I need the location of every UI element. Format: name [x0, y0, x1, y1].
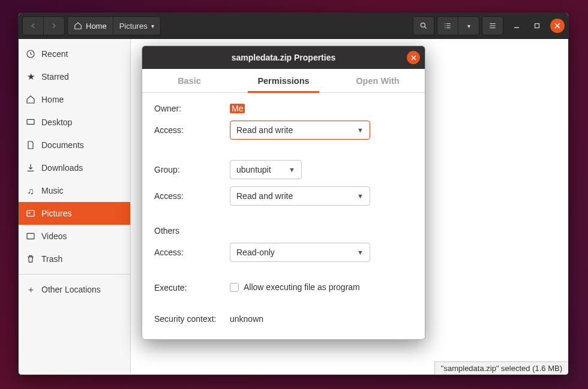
download-icon	[26, 163, 35, 173]
chevron-down-icon: ▼	[357, 126, 364, 134]
sidebar-item-label: Downloads	[41, 163, 83, 173]
label-owner: Owner:	[154, 104, 226, 113]
svg-rect-1	[535, 24, 539, 28]
list-icon	[443, 22, 452, 30]
close-button[interactable]	[550, 19, 565, 33]
sidebar-item-label: Other Locations	[41, 285, 101, 294]
tab-label: Open With	[356, 76, 399, 86]
tab-open-with[interactable]: Open With	[331, 69, 425, 92]
sidebar-item-downloads[interactable]: Downloads	[19, 156, 130, 179]
label-others-access: Access:	[154, 248, 226, 257]
svg-point-5	[29, 212, 31, 214]
sidebar-item-label: Videos	[41, 231, 67, 241]
label-execute: Execute:	[154, 283, 226, 292]
menu-group	[482, 16, 503, 35]
path-current[interactable]: Pictures ▾	[113, 17, 160, 35]
sidebar-item-pictures[interactable]: Pictures	[19, 202, 130, 225]
close-icon	[411, 55, 416, 61]
tab-label: Basic	[178, 76, 201, 86]
sidebar-item-videos[interactable]: Videos	[19, 225, 130, 248]
group-access-combo[interactable]: Read and write ▼	[230, 186, 370, 206]
owner-access-combo[interactable]: Read and write ▼	[230, 120, 370, 140]
execute-checkbox[interactable]: Allow executing file as program	[230, 282, 360, 292]
combo-value: Read and write	[236, 191, 293, 201]
tab-label: Permissions	[257, 76, 309, 86]
minimize-icon	[514, 23, 520, 29]
sidebar-item-starred[interactable]: ★ Starred	[19, 65, 130, 88]
tab-permissions[interactable]: Permissions	[236, 69, 331, 92]
others-access-combo[interactable]: Read-only ▼	[230, 243, 370, 262]
path-home[interactable]: Home	[68, 17, 113, 35]
dialog-tabs: Basic Permissions Open With	[142, 69, 425, 93]
svg-rect-3	[27, 119, 34, 124]
headerbar: Home Pictures ▾ ▾	[19, 13, 568, 39]
sidebar-item-music[interactable]: ♫ Music	[19, 179, 130, 202]
label-group: Group:	[154, 165, 226, 174]
chevron-down-icon: ▾	[151, 23, 154, 29]
chevron-left-icon	[29, 22, 37, 30]
home-icon	[26, 95, 35, 104]
sidebar-item-documents[interactable]: Documents	[19, 134, 130, 156]
svg-point-0	[421, 23, 425, 27]
permissions-form: Owner: Me Access: Read and write ▼ Group…	[154, 104, 413, 324]
sidebar-item-label: Home	[41, 95, 64, 104]
maximize-icon	[534, 23, 540, 29]
home-icon	[74, 22, 82, 30]
label-owner-access: Access:	[154, 125, 226, 135]
search-icon	[419, 22, 428, 30]
plus-icon: ＋	[26, 285, 35, 294]
chevron-right-icon	[50, 22, 58, 30]
search-button[interactable]	[413, 17, 434, 35]
music-icon: ♫	[26, 186, 35, 195]
sidebar-item-label: Recent	[41, 49, 68, 59]
svg-rect-6	[27, 233, 34, 239]
sidebar-item-label: Trash	[41, 254, 62, 264]
sidebar-item-label: Starred	[41, 72, 69, 82]
path-current-label: Pictures	[119, 22, 148, 31]
label-others: Others	[154, 226, 226, 236]
sidebar: Recent ★ Starred Home Desktop Documents …	[19, 39, 131, 375]
combo-value: Read and write	[236, 125, 293, 135]
sidebar-separator	[19, 274, 130, 275]
forward-button[interactable]	[44, 17, 64, 35]
checkbox-label: Allow executing file as program	[244, 282, 360, 292]
dialog-title: sampledata.zip Properties	[232, 53, 336, 62]
view-options-button[interactable]: ▾	[458, 17, 479, 35]
pictures-icon	[26, 209, 35, 218]
combo-value: Read-only	[236, 248, 275, 257]
star-icon: ★	[26, 72, 35, 82]
sidebar-item-label: Pictures	[41, 209, 72, 218]
status-bar: "sampledata.zip" selected (1.6 MB)	[434, 361, 568, 375]
chevron-down-icon: ▼	[357, 249, 364, 256]
dialog-close-button[interactable]	[407, 51, 420, 64]
search-group	[413, 16, 434, 35]
sidebar-item-other-locations[interactable]: ＋ Other Locations	[19, 278, 130, 301]
svg-rect-4	[27, 210, 34, 216]
minimize-button[interactable]	[509, 19, 524, 33]
maximize-button[interactable]	[530, 19, 544, 33]
sidebar-item-recent[interactable]: Recent	[19, 43, 130, 65]
properties-dialog: sampledata.zip Properties Basic Permissi…	[142, 46, 425, 340]
group-name-combo[interactable]: ubuntupit ▼	[230, 160, 302, 179]
value-security: unknown	[230, 314, 413, 324]
path-bar: Home Pictures ▾	[67, 16, 161, 35]
owner-name-highlight: Me	[230, 104, 245, 113]
documents-icon	[26, 140, 35, 150]
label-security: Security context:	[154, 314, 226, 324]
path-home-label: Home	[86, 22, 107, 31]
sidebar-item-label: Desktop	[41, 117, 72, 127]
dialog-titlebar: sampledata.zip Properties	[142, 46, 425, 69]
nav-back-forward	[22, 16, 65, 35]
list-view-button[interactable]	[437, 17, 458, 35]
clock-icon	[26, 49, 35, 59]
dialog-body: Owner: Me Access: Read and write ▼ Group…	[142, 93, 425, 339]
video-icon	[26, 231, 35, 241]
hamburger-button[interactable]	[482, 17, 503, 35]
back-button[interactable]	[23, 17, 44, 35]
sidebar-item-desktop[interactable]: Desktop	[19, 111, 130, 134]
sidebar-item-trash[interactable]: Trash	[19, 248, 130, 270]
label-group-access: Access:	[154, 191, 226, 201]
tab-basic[interactable]: Basic	[142, 69, 236, 92]
desktop-icon	[26, 117, 35, 127]
sidebar-item-home[interactable]: Home	[19, 88, 130, 111]
